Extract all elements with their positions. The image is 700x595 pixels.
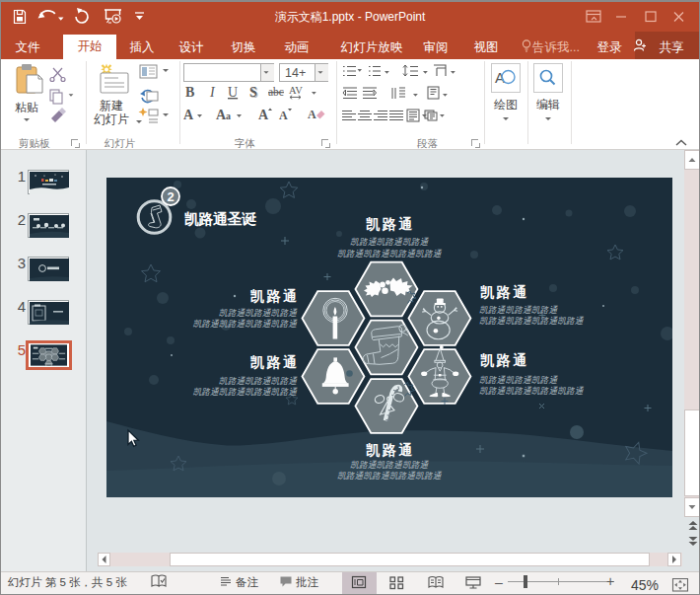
svg-text:a: a — [226, 111, 231, 121]
svg-text:凯路通凯路通凯路通凯路通: 凯路通凯路通凯路通凯路通 — [192, 319, 298, 329]
svg-text:凯路通: 凯路通 — [250, 288, 300, 304]
svg-text:凯路通: 凯路通 — [480, 284, 529, 300]
svg-text:凯路通: 凯路通 — [366, 216, 415, 232]
svg-text:凯路通: 凯路通 — [250, 354, 300, 370]
svg-text:2: 2 — [167, 189, 174, 204]
svg-text:凯路通: 凯路通 — [480, 352, 529, 368]
svg-text:A: A — [495, 69, 505, 86]
svg-text:abc: abc — [268, 86, 284, 98]
svg-text:凯路通凯路通凯路通凯路通: 凯路通凯路通凯路通凯路通 — [337, 249, 443, 259]
svg-text:凯路通凯路通凯路通: 凯路通凯路通凯路通 — [219, 376, 298, 386]
svg-text:B: B — [185, 85, 194, 100]
svg-text:A: A — [183, 108, 194, 122]
svg-text:凯路通凯路通凯路通: 凯路通凯路通凯路通 — [479, 305, 558, 315]
svg-text:凯路通: 凯路通 — [366, 442, 415, 458]
svg-text:凯路通凯路通凯路通: 凯路通凯路通凯路通 — [219, 308, 298, 318]
svg-text:A: A — [279, 109, 288, 122]
svg-text:凯路通凯路通凯路通: 凯路通凯路通凯路通 — [350, 460, 429, 470]
svg-text:凯路通凯路通凯路通凯路通: 凯路通凯路通凯路通凯路通 — [479, 386, 585, 396]
svg-text:凯路通凯路通凯路通凯路通: 凯路通凯路通凯路通凯路通 — [337, 471, 443, 481]
svg-text:U: U — [228, 85, 238, 100]
svg-text:A: A — [308, 108, 316, 121]
svg-text:凯路通圣诞: 凯路通圣诞 — [184, 210, 256, 227]
svg-text:I: I — [209, 85, 216, 100]
svg-text:A: A — [258, 108, 269, 122]
svg-text:S: S — [249, 85, 257, 100]
svg-text:AV: AV — [289, 85, 303, 96]
svg-text:凯路通凯路通凯路通凯路通: 凯路通凯路通凯路通凯路通 — [479, 316, 585, 326]
svg-text:凯路通凯路通凯路通凯路通: 凯路通凯路通凯路通凯路通 — [192, 387, 298, 397]
svg-text:凯路通凯路通凯路通: 凯路通凯路通凯路通 — [479, 375, 558, 385]
svg-text:凯路通凯路通凯路通: 凯路通凯路通凯路通 — [350, 237, 429, 247]
